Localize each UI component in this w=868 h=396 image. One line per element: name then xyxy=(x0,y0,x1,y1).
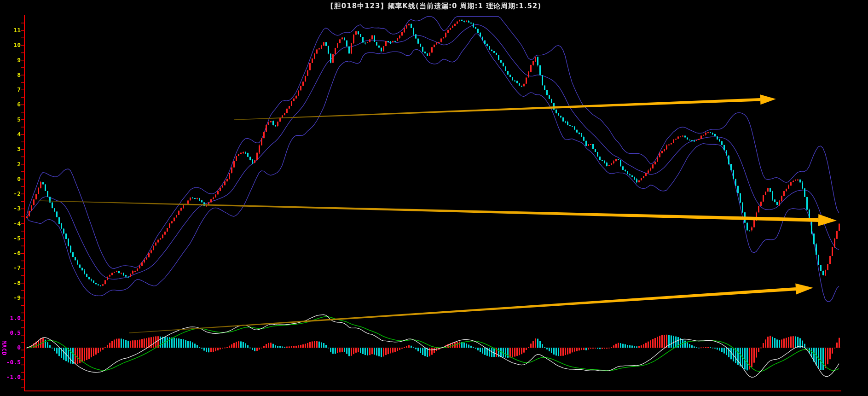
y-axis-label: 0 xyxy=(0,344,21,351)
y-axis-label: -4 xyxy=(0,221,21,227)
y-axis-label: 7 xyxy=(0,87,21,93)
y-axis-label: -8 xyxy=(0,280,21,286)
y-axis-label: -5 xyxy=(0,235,21,242)
chart-title: 【胆018中123】频率K线(当前遗漏:0 周期:1 理论周期:1.52) xyxy=(0,2,868,11)
y-axis-label: 8 xyxy=(0,72,21,78)
y-axis-label: 0 xyxy=(0,176,21,182)
y-axis-label: 1.0 xyxy=(0,315,21,321)
y-axis-label: 9 xyxy=(0,57,21,64)
y-axis-label: 11 xyxy=(0,27,21,34)
y-axis-label: -6 xyxy=(0,250,21,256)
y-axis-label: 5 xyxy=(0,116,21,123)
y-axis-label: 10 xyxy=(0,42,21,48)
chart-window: 【胆018中123】频率K线(当前遗漏:0 周期:1 理论周期:1.52) MA… xyxy=(0,0,868,396)
main-chart-canvas[interactable] xyxy=(0,0,868,396)
y-axis-label: 3 xyxy=(0,146,21,152)
y-axis-label: -1.0 xyxy=(0,374,21,380)
y-axis-label: 6 xyxy=(0,101,21,108)
y-axis-label: -0.5 xyxy=(0,359,21,366)
y-axis-label: -2 xyxy=(0,191,21,197)
y-axis-label: 0.5 xyxy=(0,330,21,336)
y-axis-label: -3 xyxy=(0,205,21,212)
y-axis-label: 4 xyxy=(0,131,21,138)
y-axis-label: 2 xyxy=(0,161,21,168)
y-axis-label: -9 xyxy=(0,295,21,301)
y-axis-label: -7 xyxy=(0,265,21,271)
